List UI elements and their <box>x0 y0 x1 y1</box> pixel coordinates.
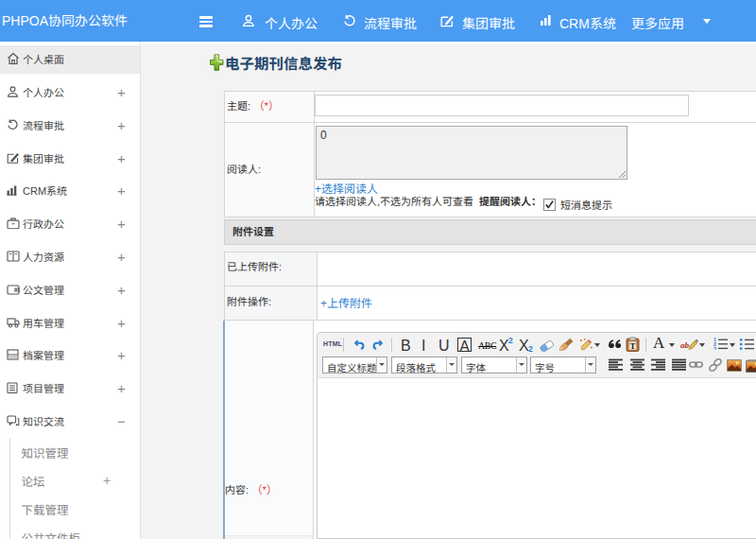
svg-text:3: 3 <box>713 346 716 350</box>
svg-text:T: T <box>629 341 635 351</box>
svg-text:ab: ab <box>680 340 690 350</box>
